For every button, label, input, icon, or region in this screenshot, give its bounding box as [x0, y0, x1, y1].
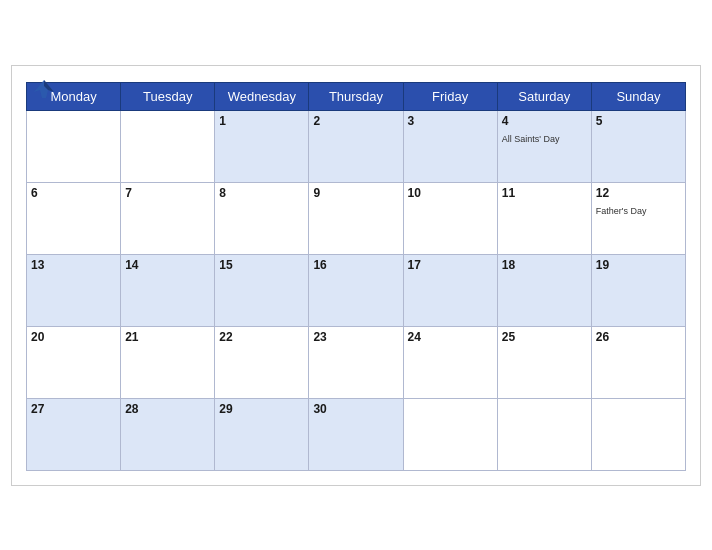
calendar-cell: 15 — [215, 254, 309, 326]
calendar-cell: 25 — [497, 326, 591, 398]
calendar-cell: 11 — [497, 182, 591, 254]
calendar-cell: 30 — [309, 398, 403, 470]
day-number: 2 — [313, 114, 398, 128]
day-number: 19 — [596, 258, 681, 272]
calendar-cell: 16 — [309, 254, 403, 326]
calendar-cell: 10 — [403, 182, 497, 254]
calendar-week-row: 1234All Saints' Day5 — [27, 110, 686, 182]
weekday-header-sunday: Sunday — [591, 82, 685, 110]
calendar-cell — [403, 398, 497, 470]
day-number: 23 — [313, 330, 398, 344]
day-number: 13 — [31, 258, 116, 272]
day-number: 8 — [219, 186, 304, 200]
calendar-cell: 27 — [27, 398, 121, 470]
calendar-cell: 28 — [121, 398, 215, 470]
calendar-cell: 18 — [497, 254, 591, 326]
calendar-cell: 2 — [309, 110, 403, 182]
calendar-cell: 3 — [403, 110, 497, 182]
weekday-header-row: MondayTuesdayWednesdayThursdayFridaySatu… — [27, 82, 686, 110]
weekday-header-saturday: Saturday — [497, 82, 591, 110]
day-number: 17 — [408, 258, 493, 272]
day-number: 22 — [219, 330, 304, 344]
day-number: 6 — [31, 186, 116, 200]
calendar-cell: 9 — [309, 182, 403, 254]
weekday-header-friday: Friday — [403, 82, 497, 110]
day-event: All Saints' Day — [502, 134, 560, 144]
calendar-cell: 4All Saints' Day — [497, 110, 591, 182]
calendar-cell: 24 — [403, 326, 497, 398]
calendar-cell — [497, 398, 591, 470]
calendar-cell: 8 — [215, 182, 309, 254]
calendar-week-row: 6789101112Father's Day — [27, 182, 686, 254]
day-number: 9 — [313, 186, 398, 200]
day-number: 14 — [125, 258, 210, 272]
day-number: 1 — [219, 114, 304, 128]
calendar-cell: 12Father's Day — [591, 182, 685, 254]
day-number: 25 — [502, 330, 587, 344]
calendar-cell: 21 — [121, 326, 215, 398]
calendar-cell — [591, 398, 685, 470]
calendar-cell: 19 — [591, 254, 685, 326]
calendar-week-row: 27282930 — [27, 398, 686, 470]
weekday-header-tuesday: Tuesday — [121, 82, 215, 110]
day-number: 29 — [219, 402, 304, 416]
day-number: 12 — [596, 186, 681, 200]
calendar-cell: 29 — [215, 398, 309, 470]
calendar-cell: 7 — [121, 182, 215, 254]
day-number: 30 — [313, 402, 398, 416]
calendar-cell: 1 — [215, 110, 309, 182]
weekday-header-wednesday: Wednesday — [215, 82, 309, 110]
calendar-cell: 20 — [27, 326, 121, 398]
day-number: 24 — [408, 330, 493, 344]
day-number: 16 — [313, 258, 398, 272]
day-number: 10 — [408, 186, 493, 200]
day-number: 26 — [596, 330, 681, 344]
calendar-week-row: 20212223242526 — [27, 326, 686, 398]
calendar-table: MondayTuesdayWednesdayThursdayFridaySatu… — [26, 82, 686, 471]
day-number: 3 — [408, 114, 493, 128]
calendar-cell: 26 — [591, 326, 685, 398]
calendar-cell — [121, 110, 215, 182]
calendar-cell: 14 — [121, 254, 215, 326]
calendar-container: MondayTuesdayWednesdayThursdayFridaySatu… — [11, 65, 701, 486]
day-event: Father's Day — [596, 206, 647, 216]
calendar-cell: 22 — [215, 326, 309, 398]
calendar-cell: 23 — [309, 326, 403, 398]
day-number: 21 — [125, 330, 210, 344]
weekday-header-thursday: Thursday — [309, 82, 403, 110]
calendar-cell: 17 — [403, 254, 497, 326]
day-number: 18 — [502, 258, 587, 272]
day-number: 7 — [125, 186, 210, 200]
day-number: 27 — [31, 402, 116, 416]
day-number: 11 — [502, 186, 587, 200]
day-number: 5 — [596, 114, 681, 128]
day-number: 4 — [502, 114, 587, 128]
day-number: 28 — [125, 402, 210, 416]
logo-area — [26, 76, 62, 104]
calendar-week-row: 13141516171819 — [27, 254, 686, 326]
day-number: 20 — [31, 330, 116, 344]
calendar-cell — [27, 110, 121, 182]
calendar-cell: 6 — [27, 182, 121, 254]
calendar-cell: 13 — [27, 254, 121, 326]
day-number: 15 — [219, 258, 304, 272]
calendar-cell: 5 — [591, 110, 685, 182]
